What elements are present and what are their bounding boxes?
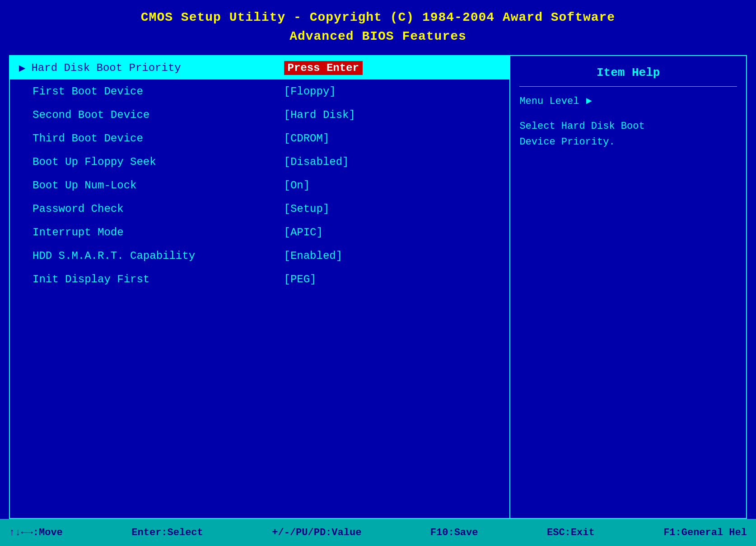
menu-row-label-text-1: First Boot Device xyxy=(33,85,143,98)
menu-row-value-6: [Setup] xyxy=(284,203,501,215)
menu-row-1[interactable]: First Boot Device[Floppy] xyxy=(10,79,509,103)
menu-row-label-text-2: Second Boot Device xyxy=(33,109,149,121)
menu-row-value-4: [Disabled] xyxy=(284,156,501,168)
menu-row-label-5: Boot Up Num-Lock xyxy=(19,179,284,191)
status-move: ↑↓←→:Move xyxy=(9,527,63,538)
menu-row-9[interactable]: Init Display First[PEG] xyxy=(10,267,509,291)
status-enter-select: Enter:Select xyxy=(131,527,203,538)
menu-row-value-0: Press Enter xyxy=(284,62,501,74)
menu-row-7[interactable]: Interrupt Mode[APIC] xyxy=(10,220,509,244)
menu-level-label: Menu Level xyxy=(519,96,579,107)
menu-row-label-3: Third Boot Device xyxy=(19,132,284,145)
menu-row-label-text-3: Third Boot Device xyxy=(33,132,143,145)
help-line2: Device Priority. xyxy=(519,136,615,148)
status-exit: ESC:Exit xyxy=(547,527,595,538)
press-enter-badge: Press Enter xyxy=(284,61,363,75)
menu-row-label-text-5: Boot Up Num-Lock xyxy=(33,179,136,191)
bios-screen: CMOS Setup Utility - Copyright (C) 1984-… xyxy=(0,0,756,546)
menu-level-arrow-icon: ► xyxy=(586,96,592,107)
status-value: +/-/PU/PD:Value xyxy=(272,527,361,538)
menu-row-3[interactable]: Third Boot Device[CDROM] xyxy=(10,126,509,150)
menu-row-value-5: [On] xyxy=(284,179,501,191)
menu-row-label-8: HDD S.M.A.R.T. Capability xyxy=(19,250,284,262)
menu-row-label-text-0: Hard Disk Boot Priority xyxy=(31,62,181,74)
menu-row-value-8: [Enabled] xyxy=(284,250,501,262)
menu-row-label-2: Second Boot Device xyxy=(19,109,284,121)
menu-row-0[interactable]: ▶Hard Disk Boot PriorityPress Enter xyxy=(10,56,509,79)
title-line2: Advanced BIOS Features xyxy=(0,27,756,46)
menu-row-label-text-6: Password Check xyxy=(33,203,124,215)
title-line1: CMOS Setup Utility - Copyright (C) 1984-… xyxy=(0,8,756,27)
menu-row-8[interactable]: HDD S.M.A.R.T. Capability[Enabled] xyxy=(10,244,509,267)
item-help-title: Item Help xyxy=(519,61,737,87)
menu-row-label-1: First Boot Device xyxy=(19,85,284,98)
menu-row-4[interactable]: Boot Up Floppy Seek[Disabled] xyxy=(10,150,509,173)
main-content: ▶Hard Disk Boot PriorityPress EnterFirst… xyxy=(9,55,747,519)
help-line1: Select Hard Disk Boot xyxy=(519,121,644,132)
menu-row-value-1: [Floppy] xyxy=(284,85,501,98)
menu-row-value-2: [Hard Disk] xyxy=(284,109,501,121)
menu-row-label-text-9: Init Display First xyxy=(33,273,149,285)
status-save: F10:Save xyxy=(430,527,478,538)
status-bar: ↑↓←→:Move Enter:Select +/-/PU/PD:Value F… xyxy=(0,519,756,546)
title-bar: CMOS Setup Utility - Copyright (C) 1984-… xyxy=(0,0,756,51)
menu-row-label-9: Init Display First xyxy=(19,273,284,285)
menu-row-value-7: [APIC] xyxy=(284,226,501,238)
menu-row-label-4: Boot Up Floppy Seek xyxy=(19,156,284,168)
menu-row-6[interactable]: Password Check[Setup] xyxy=(10,197,509,220)
menu-row-5[interactable]: Boot Up Num-Lock[On] xyxy=(10,173,509,197)
menu-row-label-text-4: Boot Up Floppy Seek xyxy=(33,156,156,168)
status-general-help: F1:General Hel xyxy=(663,527,747,538)
menu-row-label-7: Interrupt Mode xyxy=(19,226,284,238)
menu-row-2[interactable]: Second Boot Device[Hard Disk] xyxy=(10,103,509,126)
menu-row-value-9: [PEG] xyxy=(284,273,501,285)
left-panel: ▶Hard Disk Boot PriorityPress EnterFirst… xyxy=(10,56,510,518)
menu-row-label-text-8: HDD S.M.A.R.T. Capability xyxy=(33,250,195,262)
menu-row-value-3: [CDROM] xyxy=(284,132,501,145)
menu-row-label-text-7: Interrupt Mode xyxy=(33,226,124,238)
help-description: Select Hard Disk Boot Device Priority. xyxy=(519,118,737,150)
row-arrow-icon: ▶ xyxy=(19,61,25,75)
menu-row-label-6: Password Check xyxy=(19,203,284,215)
right-panel: Item Help Menu Level ► Select Hard Disk … xyxy=(510,56,746,518)
menu-level-row: Menu Level ► xyxy=(519,96,737,107)
menu-row-label-0: ▶Hard Disk Boot Priority xyxy=(19,61,284,75)
